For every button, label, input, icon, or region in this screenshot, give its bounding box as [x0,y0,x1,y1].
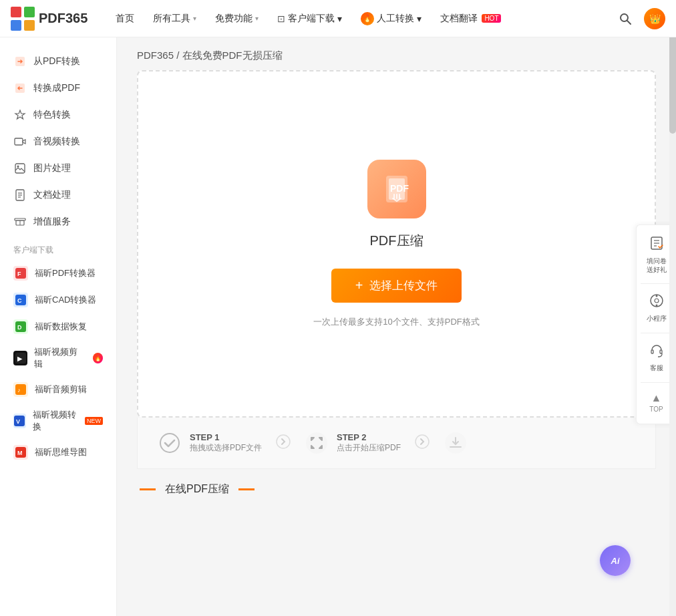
download-icon [444,431,468,455]
nav-client-download[interactable]: ⊡ 客户端下载 ▾ [269,9,350,29]
nav-home[interactable]: 首页 [108,9,142,29]
sidebar-client-video-convert[interactable]: V 福昕视频转换 NEW [0,403,116,439]
video-edit-icon: ▶ [13,351,27,365]
svg-rect-9 [15,164,25,173]
step-1-desc: 拖拽或选择PDF文件 [190,442,262,454]
support-button[interactable]: 客服 [647,337,667,378]
sidebar-item-doc[interactable]: 文档处理 [0,182,116,208]
doc-process-icon [13,188,27,202]
client-video-convert-label: 福昕视频转换 [33,409,77,433]
sidebar-client-cad-converter[interactable]: C 福昕CAD转换器 [0,287,116,313]
upload-button[interactable]: + 选择上传文件 [331,269,462,303]
convert-from-pdf-icon [13,55,27,68]
step-1-num: STEP 1 [190,432,262,442]
svg-text:F: F [17,271,21,277]
nav-all-tools[interactable]: 所有工具 ▾ [145,9,204,29]
sidebar-label-vip: 增值服务 [33,216,71,228]
sidebar-client-mindmap[interactable]: M 福昕思维导图 [0,439,116,466]
step-2-num: STEP 2 [337,432,401,442]
plus-icon: + [355,278,363,293]
sidebar-client-video-edit[interactable]: ▶ 福昕视频剪辑 🔥 [0,340,116,376]
svg-text:PDF: PDF [390,183,409,194]
top-label: TOP [649,406,663,413]
sidebar-client-data-recovery[interactable]: D 福昕数据恢复 [0,313,116,340]
step-arrow-1 [275,434,291,453]
sidebar-label-image: 图片处理 [33,162,71,174]
upload-hint: 一次上传最多支持10个文件、支持PDF格式 [313,316,479,328]
search-icon [619,12,632,25]
data-recovery-icon: D [13,319,28,334]
client-cad-label: 福昕CAD转换器 [35,294,96,306]
miniapp-button[interactable]: 小程序 [644,288,669,329]
compress-arrows-icon [305,431,329,455]
section-title-text: 在线PDF压缩 [165,482,229,496]
miniapp-icon [649,293,664,311]
upload-area[interactable]: PDF PDF压缩 + 选择上传文件 一次上传最多支持10个文件、支持PDF格式 [137,70,656,418]
sidebar-item-av[interactable]: 音视频转换 [0,128,116,155]
svg-text:D: D [17,324,22,331]
nav-manual-convert[interactable]: 🔥 人工转换 ▾ [353,8,430,29]
hot-badge: HOT [482,14,501,23]
user-avatar-button[interactable]: 👑 [644,8,665,29]
svg-point-47 [655,305,657,307]
step-2-text: STEP 2 点击开始压缩PDF [337,432,401,454]
svg-point-38 [415,435,429,448]
survey-button[interactable]: 填问卷送好礼 [644,230,669,279]
miniapp-label: 小程序 [647,314,667,323]
ai-button[interactable]: Ai [600,545,631,576]
headset-icon [649,343,664,361]
sidebar-label-from-pdf: 从PDF转换 [33,55,80,67]
page-scrollbar[interactable] [669,0,676,616]
sidebar-label-doc: 文档处理 [33,189,71,201]
logo[interactable]: PDF365 [11,7,88,31]
scroll-top-button[interactable]: ▲ TOP [647,387,665,418]
sidebar-item-image[interactable]: 图片处理 [0,155,116,182]
step-2: STEP 2 点击开始压缩PDF [305,431,401,455]
sidebar-item-from-pdf[interactable]: 从PDF转换 [0,48,116,75]
client-download-icon: ⊡ [277,13,285,24]
svg-rect-49 [660,350,662,353]
check-icon [158,431,182,455]
crown-icon: 👑 [649,13,661,24]
pdf-converter-icon: F [13,266,28,281]
client-section-title: 客户端下载 [0,235,116,260]
breadcrumb: PDF365 / 在线免费PDF无损压缩 [117,37,676,70]
up-arrow-icon: ▲ [651,392,662,404]
chevron-down-icon: ▾ [337,13,342,24]
nav-free-label: 免费功能 [215,13,252,25]
nav-free[interactable]: 免费功能 ▾ [207,9,267,29]
compress-file-icon: PDF [381,173,413,205]
svg-rect-3 [24,20,35,31]
cad-converter-icon: C [13,293,28,307]
vip-service-icon [13,215,27,228]
sidebar-item-special[interactable]: 特色转换 [0,102,116,128]
svg-rect-48 [651,350,653,353]
special-convert-icon [13,108,27,122]
search-button[interactable] [615,8,636,29]
pdf-compress-icon: PDF [367,160,426,218]
survey-icon [649,236,664,254]
av-convert-icon [13,135,27,148]
sidebar: 从PDF转换 转换成PDF 特色转换 [0,37,117,616]
sidebar-item-to-pdf[interactable]: 转换成PDF [0,75,116,102]
svg-rect-0 [11,7,21,17]
client-mindmap-label: 福昕思维导图 [35,446,87,458]
svg-text:V: V [16,418,20,425]
svg-point-36 [277,435,290,448]
title-dash-right [238,488,255,490]
nav-translate-label: 文档翻译 [440,13,478,25]
new-badge: NEW [85,417,103,425]
ai-label: Ai [611,556,620,566]
sidebar-client-pdf-converter[interactable]: F 福昕PDF转换器 [0,260,116,287]
svg-rect-2 [11,20,21,31]
sidebar-item-vip[interactable]: 增值服务 [0,208,116,235]
nav-translate[interactable]: 文档翻译 HOT [432,9,509,29]
step-3 [444,431,468,455]
svg-text:♪: ♪ [17,387,21,394]
svg-rect-8 [15,138,23,145]
sidebar-client-audio-edit[interactable]: ♪ 福昕音频剪辑 [0,376,116,403]
svg-rect-37 [306,432,327,454]
nav-manual-label: 人工转换 [377,13,414,25]
chevron-down-icon: ▾ [255,15,259,22]
survey-label: 填问卷送好礼 [647,257,667,274]
